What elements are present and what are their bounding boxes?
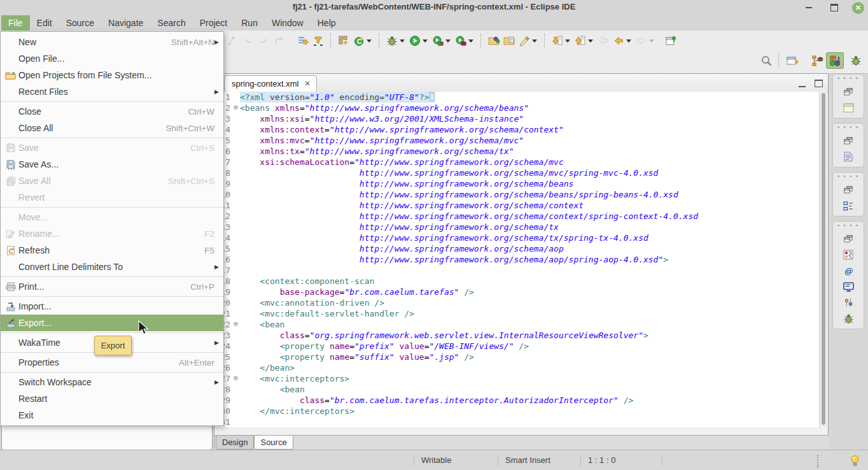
new-wizard-icon[interactable] bbox=[336, 33, 351, 48]
run-coverage-dropdown[interactable] bbox=[445, 39, 451, 43]
code-line[interactable]: 10 http://www.springframework.org/schema… bbox=[215, 189, 821, 200]
java-perspective-icon[interactable] bbox=[826, 52, 844, 69]
code-line[interactable]: 18 <context:component-scan bbox=[215, 276, 821, 287]
code-line[interactable]: 9 http://www.springframework.org/schema/… bbox=[215, 178, 821, 189]
code-line[interactable]: 30 </mvc:interceptors> bbox=[215, 406, 821, 417]
menu-source[interactable]: Source bbox=[59, 15, 101, 31]
code-editor[interactable]: 1<?xml version="1.0" encoding="UTF-8"?>2… bbox=[215, 92, 821, 427]
highlighter-dropdown[interactable] bbox=[532, 39, 537, 43]
code-line[interactable]: 6 xmlns:tx="http://www.springframework.o… bbox=[215, 146, 821, 157]
menu-item-convert-line-delimiters-to[interactable]: Convert Line Delimiters To▶ bbox=[1, 259, 223, 275]
debug-perspective-icon[interactable] bbox=[848, 53, 864, 68]
code-line[interactable]: 8 http://www.springframework.org/schema/… bbox=[215, 167, 821, 178]
debug-dropdown[interactable] bbox=[400, 39, 405, 43]
code-line[interactable]: 21 <mvc:default-servlet-handler /> bbox=[215, 308, 821, 319]
last-edit-location-icon[interactable] bbox=[596, 33, 611, 48]
internal-browser-view-icon[interactable] bbox=[843, 103, 854, 113]
menu-run[interactable]: Run bbox=[234, 15, 265, 31]
code-line[interactable]: 2⊖<beans xmlns="http://www.springframewo… bbox=[215, 103, 821, 113]
maximize-editor-button[interactable] bbox=[815, 78, 823, 90]
restore-view-icon[interactable] bbox=[843, 185, 854, 195]
menu-search[interactable]: Search bbox=[150, 15, 192, 31]
restore-view-icon[interactable] bbox=[843, 136, 854, 146]
forward-icon[interactable] bbox=[634, 33, 649, 48]
minimize-editor-button[interactable] bbox=[799, 78, 806, 90]
menu-window[interactable]: Window bbox=[265, 15, 311, 31]
previous-annotation-icon[interactable] bbox=[573, 33, 588, 48]
status-drag-handle[interactable] bbox=[817, 455, 818, 467]
menu-item-refresh[interactable]: RefreshF5 bbox=[1, 242, 223, 259]
undo-disabled-icon[interactable] bbox=[241, 33, 256, 48]
code-line[interactable]: 24 <property name="prefix" value="/WEB-I… bbox=[215, 341, 821, 352]
menu-item-revert[interactable]: Revert bbox=[1, 189, 223, 206]
code-line[interactable]: 20 <mvc:annotation-driven /> bbox=[215, 297, 821, 308]
tab-design[interactable]: Design bbox=[216, 435, 254, 450]
external-tools-dropdown[interactable] bbox=[468, 39, 473, 43]
code-line[interactable]: 29 class="br.com.caelum.tarefas.intercep… bbox=[215, 395, 821, 406]
tab-close-icon[interactable]: ✕ bbox=[304, 80, 310, 88]
menu-item-close[interactable]: CloseCtrl+W bbox=[1, 103, 223, 120]
restore-view-icon[interactable] bbox=[843, 234, 854, 244]
check-updates-dropdown[interactable] bbox=[367, 39, 372, 43]
code-line[interactable]: 11 http://www.springframework.org/schema… bbox=[215, 200, 821, 211]
menu-item-print[interactable]: Print...Ctrl+P bbox=[1, 278, 223, 295]
forward-dropdown[interactable] bbox=[649, 39, 654, 43]
menu-item-properties[interactable]: PropertiesAlt+Enter bbox=[1, 354, 223, 371]
menu-item-open-projects-from-file-system[interactable]: Open Projects from File System... bbox=[1, 67, 223, 83]
profile-disabled-icon[interactable] bbox=[225, 33, 241, 48]
pin-editor-icon[interactable] bbox=[663, 33, 678, 48]
next-annotation-icon[interactable] bbox=[550, 33, 565, 48]
task-list-view-icon[interactable] bbox=[843, 250, 854, 260]
menu-help[interactable]: Help bbox=[311, 15, 343, 31]
menu-item-new[interactable]: NewShift+Alt+N▶ bbox=[1, 34, 223, 50]
code-line[interactable]: 13 http://www.springframework.org/schema… bbox=[215, 222, 821, 232]
menu-project[interactable]: Project bbox=[193, 15, 235, 31]
menu-item-open-file[interactable]: Open File... bbox=[1, 50, 223, 67]
open-task-icon[interactable] bbox=[486, 33, 501, 48]
snippets-view-icon[interactable] bbox=[843, 152, 854, 162]
menu-navigate[interactable]: Navigate bbox=[101, 15, 150, 31]
code-line[interactable]: 26 </bean> bbox=[215, 362, 821, 373]
code-line[interactable]: 19 base-package="br.com.caelum.tarefas" … bbox=[215, 287, 821, 297]
menu-item-move[interactable]: Move... bbox=[1, 209, 223, 225]
menu-edit[interactable]: Edit bbox=[30, 15, 59, 31]
code-line[interactable]: 28 <bean bbox=[215, 384, 821, 395]
tab-source[interactable]: Source bbox=[254, 435, 293, 450]
close-window-button[interactable]: ✕ bbox=[852, 2, 864, 14]
code-line[interactable]: 15 http://www.springframework.org/schema… bbox=[215, 243, 821, 254]
outline-view-icon[interactable] bbox=[843, 201, 854, 211]
restore-view-icon[interactable] bbox=[843, 87, 854, 97]
restore-window-button[interactable] bbox=[827, 0, 842, 15]
scrollbar-thumb[interactable] bbox=[822, 93, 825, 425]
debug-icon[interactable] bbox=[384, 33, 400, 48]
next-annotation-dropdown[interactable] bbox=[565, 39, 570, 43]
menu-item-recent-files[interactable]: Recent Files▶ bbox=[1, 83, 223, 100]
menu-item-save[interactable]: SaveCtrl+S bbox=[1, 139, 223, 156]
redo-disabled-icon[interactable] bbox=[256, 33, 271, 48]
menu-item-switch-workspace[interactable]: Switch Workspace▶ bbox=[1, 374, 223, 390]
code-line[interactable]: 4 xmlns:context="http://www.springframew… bbox=[215, 124, 821, 135]
back-icon[interactable] bbox=[611, 33, 626, 48]
debug-view-icon[interactable] bbox=[843, 313, 854, 324]
menu-item-save-as[interactable]: Save As... bbox=[1, 156, 223, 173]
drag-handle[interactable]: • • • • bbox=[837, 76, 859, 81]
code-line[interactable]: 5 xmlns:mvc="http://www.springframework.… bbox=[215, 135, 821, 146]
properties-view-icon[interactable] bbox=[843, 297, 854, 308]
code-line[interactable]: 23 class="org.springframework.web.servle… bbox=[215, 330, 821, 341]
code-line[interactable]: 22⊖ <bean bbox=[215, 319, 821, 330]
titlebar[interactable]: fj21 - fj21-tarefas/WebContent/WEB-INF/s… bbox=[0, 0, 868, 15]
back-dropdown[interactable] bbox=[626, 39, 631, 43]
fold-collapse-icon[interactable]: ⊖ bbox=[232, 319, 240, 330]
check-updates-icon[interactable]: C bbox=[351, 33, 367, 48]
menu-item-export[interactable]: Export... bbox=[1, 315, 223, 331]
code-line[interactable]: 31 bbox=[215, 417, 821, 427]
menu-file[interactable]: File bbox=[1, 15, 30, 31]
activate-task-icon[interactable] bbox=[501, 33, 517, 48]
menu-item-close-all[interactable]: Close AllShift+Ctrl+W bbox=[1, 120, 223, 136]
minimize-button[interactable] bbox=[801, 0, 816, 15]
code-line[interactable]: 16 http://www.springframework.org/schema… bbox=[215, 254, 821, 265]
code-line[interactable]: 14 http://www.springframework.org/schema… bbox=[215, 232, 821, 243]
code-line[interactable]: 12 http://www.springframework.org/schema… bbox=[215, 211, 821, 222]
run-icon[interactable] bbox=[407, 33, 423, 48]
run-on-server-icon[interactable] bbox=[311, 33, 326, 48]
